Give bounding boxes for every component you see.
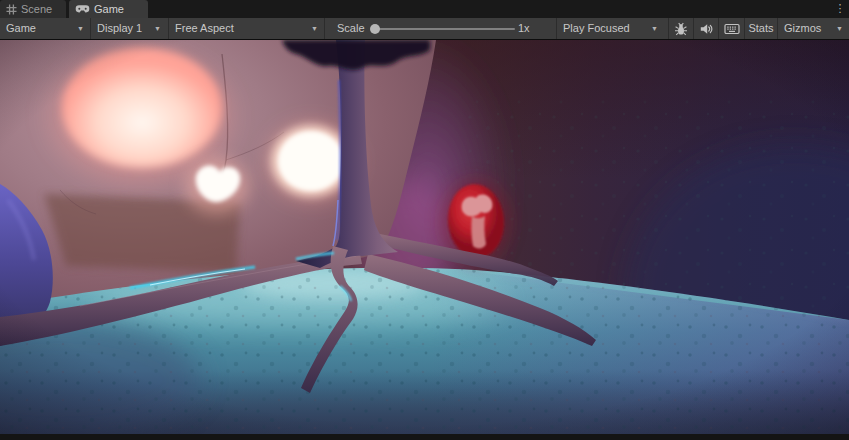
- tab-scene-label: Scene: [21, 3, 52, 15]
- gizmos-label: Gizmos: [778, 22, 821, 34]
- gizmos-dropdown[interactable]: Gizmos ▼: [778, 18, 849, 39]
- tab-overflow-menu-icon[interactable]: ⋮: [833, 0, 847, 18]
- scale-slider[interactable]: [372, 28, 515, 30]
- speaker-icon: [699, 22, 713, 36]
- keyboard-icon: [724, 23, 740, 35]
- scale-value: 1x: [518, 18, 530, 39]
- game-target-label: Game: [0, 22, 36, 34]
- tab-bar: Scene Game ⋮: [0, 0, 849, 18]
- grid-icon: [6, 4, 17, 15]
- display-dropdown[interactable]: Display 1 ▼: [91, 18, 167, 39]
- debug-bug-button[interactable]: [669, 18, 693, 39]
- chevron-down-icon: ▼: [311, 18, 318, 39]
- scale-slider-knob[interactable]: [370, 24, 380, 34]
- tab-game[interactable]: Game: [69, 0, 148, 18]
- play-focused-label: Play Focused: [557, 22, 630, 34]
- tab-game-label: Game: [94, 3, 124, 15]
- tab-scene[interactable]: Scene: [0, 0, 66, 18]
- scene-vignette: [0, 40, 849, 434]
- aspect-ratio-dropdown[interactable]: Free Aspect ▼: [169, 18, 324, 39]
- chevron-down-icon: ▼: [154, 18, 161, 39]
- toolbar-separator: [324, 18, 325, 39]
- keyboard-shortcuts-button[interactable]: [719, 18, 744, 39]
- unity-game-view-window: Scene Game ⋮ Game ▼ Display 1 ▼ Free Asp…: [0, 0, 849, 440]
- game-render-scene: [0, 40, 849, 434]
- bug-icon: [674, 22, 688, 36]
- stats-button[interactable]: Stats: [745, 18, 777, 39]
- window-bottom-edge: [0, 434, 849, 440]
- game-viewport[interactable]: [0, 40, 849, 434]
- chevron-down-icon: ▼: [651, 18, 658, 39]
- scale-label: Scale: [337, 18, 365, 39]
- play-focused-dropdown[interactable]: Play Focused ▼: [557, 18, 664, 39]
- aspect-label: Free Aspect: [169, 22, 234, 34]
- mute-audio-button[interactable]: [694, 18, 718, 39]
- gamepad-icon: [75, 4, 90, 14]
- chevron-down-icon: ▼: [77, 18, 84, 39]
- game-target-dropdown[interactable]: Game ▼: [0, 18, 90, 39]
- display-label: Display 1: [91, 22, 142, 34]
- game-view-toolbar: Game ▼ Display 1 ▼ Free Aspect ▼ Scale 1…: [0, 18, 849, 40]
- chevron-down-icon: ▼: [836, 18, 843, 39]
